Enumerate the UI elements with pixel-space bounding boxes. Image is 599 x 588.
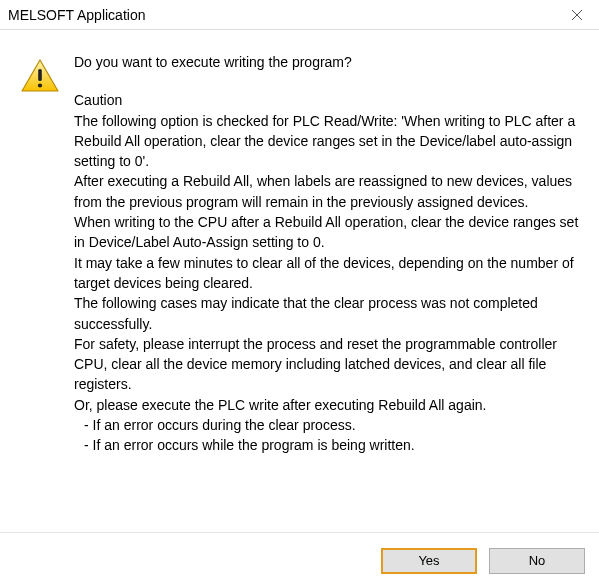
caution-para-6: For safety, please interrupt the process… xyxy=(74,334,579,395)
titlebar: MELSOFT Application xyxy=(0,0,599,30)
caution-para-7: Or, please execute the PLC write after e… xyxy=(74,395,579,415)
svg-point-3 xyxy=(38,83,42,87)
question-text: Do you want to execute writing the progr… xyxy=(74,52,579,72)
yes-button[interactable]: Yes xyxy=(381,548,477,574)
warning-icon xyxy=(20,58,60,94)
caution-para-4: It may take a few minutes to clear all o… xyxy=(74,253,579,294)
icon-column xyxy=(20,52,74,94)
dialog-footer: Yes No xyxy=(0,532,599,588)
caution-para-2: After executing a Rebuild All, when labe… xyxy=(74,171,579,212)
caution-para-1: The following option is checked for PLC … xyxy=(74,111,579,172)
close-button[interactable] xyxy=(555,0,599,29)
caution-heading: Caution xyxy=(74,90,579,110)
caution-para-3: When writing to the CPU after a Rebuild … xyxy=(74,212,579,253)
caution-para-5: The following cases may indicate that th… xyxy=(74,293,579,334)
dialog-body: Do you want to execute writing the progr… xyxy=(0,30,599,532)
dialog: MELSOFT Application Do xyxy=(0,0,599,588)
message-text: Do you want to execute writing the progr… xyxy=(74,52,579,456)
dialog-title: MELSOFT Application xyxy=(8,7,145,23)
caution-bullet-1: - If an error occurs during the clear pr… xyxy=(74,415,579,435)
caution-bullet-2: - If an error occurs while the program i… xyxy=(74,435,579,455)
svg-rect-2 xyxy=(38,69,42,81)
close-icon xyxy=(572,10,582,20)
no-button[interactable]: No xyxy=(489,548,585,574)
